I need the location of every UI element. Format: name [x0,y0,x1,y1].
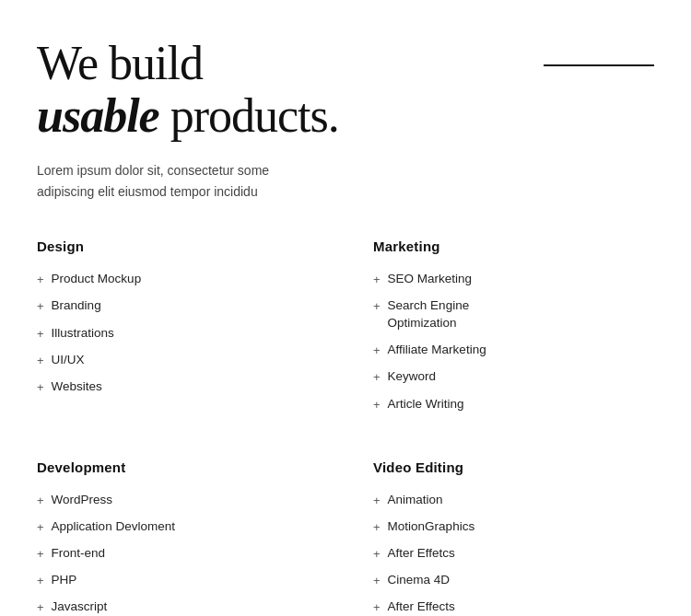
list-item-label: SEO Marketing [388,271,473,288]
list-item-label: Front-end [52,545,106,563]
list-item-label: Javascript [52,599,108,616]
headline-line1: We build [37,37,203,89]
list-item: +SEO Marketing [373,271,654,288]
list-item: +Affiliate Marketing [373,342,654,359]
category-title-design: Design [37,238,318,254]
list-item: +WordPress [37,492,318,509]
category-video-editing: Video Editing+Animation+MotionGraphics+A… [373,459,654,616]
plus-icon: + [37,298,44,315]
list-item-label: After Effects [388,599,455,616]
list-item-label: Affiliate Marketing [388,342,486,359]
category-title-marketing: Marketing [373,238,654,254]
category-development: Development+WordPress+Application Devlom… [37,459,318,616]
list-item: +After Effetcs [373,545,654,563]
list-item: +Keyword [373,368,654,386]
list-item: +Cinema 4D [373,572,654,589]
list-item: +Branding [37,297,318,315]
plus-icon: + [37,272,44,288]
headline: We build usable products. [37,37,339,142]
list-item: +Article Writing [373,396,654,413]
list-item: +Animation [373,492,654,509]
list-item: +Application Devloment [37,518,318,536]
category-title-development: Development [37,459,318,475]
category-marketing: Marketing+SEO Marketing+Search EngineOpt… [373,238,654,423]
category-list-development: +WordPress+Application Devloment+Front-e… [37,492,318,616]
list-item-label: Search EngineOptimization [388,297,470,332]
plus-icon: + [373,519,381,536]
list-item: +Search EngineOptimization [373,297,654,332]
list-item-label: Article Writing [388,396,464,413]
plus-icon: + [37,519,44,536]
plus-icon: + [37,326,44,343]
list-item: +PHP [37,572,318,589]
category-title-video-editing: Video Editing [373,459,654,475]
headline-bold: usable [37,89,159,142]
plus-icon: + [37,379,44,396]
headline-rest: products. [159,89,339,142]
list-item: +Javascript [37,599,318,616]
list-item: +Websites [37,378,318,396]
category-list-video-editing: +Animation+MotionGraphics+After Effetcs+… [373,492,654,616]
plus-icon: + [37,546,44,563]
list-item-label: After Effetcs [388,545,455,563]
subtitle-line2: adipiscing elit eiusmod tempor incididu [37,184,258,199]
categories-wrapper: Design+Product Mockup+Branding+Illustrat… [37,238,654,616]
list-item: +After Effects [373,599,654,616]
plus-icon: + [37,573,44,589]
list-item-label: Websites [52,378,102,396]
list-item-label: Application Devloment [52,518,175,536]
list-item: +MotionGraphics [373,518,654,536]
list-item: +Illustrations [37,325,318,343]
list-item-label: UI/UX [52,352,85,369]
list-item: +UI/UX [37,352,318,369]
plus-icon: + [373,599,381,616]
plus-icon: + [373,298,381,315]
list-item-label: Branding [52,297,101,315]
plus-icon: + [373,546,381,563]
hero-section: We build usable products. [37,37,654,142]
category-design: Design+Product Mockup+Branding+Illustrat… [37,238,318,423]
category-list-marketing: +SEO Marketing+Search EngineOptimization… [373,271,654,413]
list-item-label: WordPress [52,492,113,509]
list-item-label: MotionGraphics [388,518,475,536]
plus-icon: + [373,343,381,359]
plus-icon: + [373,493,381,509]
hero-text: We build usable products. [37,37,339,142]
list-item: +Product Mockup [37,271,318,288]
plus-icon: + [373,369,381,386]
plus-icon: + [37,599,44,616]
plus-icon: + [373,573,381,589]
category-list-design: +Product Mockup+Branding+Illustrations+U… [37,271,318,396]
list-item-label: Illustrations [52,325,114,343]
subtitle: Lorem ipsum dolor sit, consectetur some … [37,160,654,202]
hero-line [544,64,654,66]
list-item-label: Keyword [388,368,437,386]
subtitle-line1: Lorem ipsum dolor sit, consectetur some [37,163,269,178]
list-item-label: PHP [52,572,77,589]
plus-icon: + [373,397,381,413]
list-item: +Front-end [37,545,318,563]
plus-icon: + [373,272,381,288]
list-item-label: Cinema 4D [388,572,451,589]
plus-icon: + [37,353,44,369]
list-item-label: Product Mockup [52,271,142,288]
plus-icon: + [37,493,44,509]
list-item-label: Animation [388,492,443,509]
